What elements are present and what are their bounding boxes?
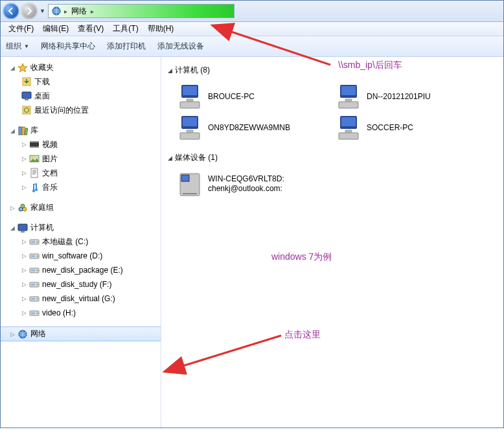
item-label: BROUCE-PC bbox=[208, 92, 255, 102]
expander-icon: ▷ bbox=[21, 264, 27, 276]
expander-icon: ◢ bbox=[10, 65, 15, 71]
network-sharing-center-button[interactable]: 网络和共享中心 bbox=[41, 41, 95, 52]
item-label: SOCCER-PC bbox=[367, 123, 413, 133]
computer-icon bbox=[177, 84, 203, 109]
nav-bar: ▼ ▸ 网络 ▸ bbox=[1, 1, 503, 22]
drive-icon bbox=[29, 279, 40, 290]
tree-label: 收藏夹 bbox=[30, 62, 54, 73]
annotation-arrow-network bbox=[161, 329, 288, 378]
category-media-devices[interactable]: ◢ 媒体设备 (1) bbox=[168, 152, 497, 163]
back-button[interactable] bbox=[3, 3, 19, 19]
tree-item-drive-g[interactable]: ▷ new_disk_virtual (G:) bbox=[1, 291, 161, 306]
breadcrumb-segment[interactable]: 网络 bbox=[70, 6, 88, 17]
tree-label: 家庭组 bbox=[30, 202, 54, 213]
explorer-window: ▼ ▸ 网络 ▸ 文件(F) 编辑(E) 查看(V) 工具(T) 帮助(H) 组… bbox=[0, 0, 504, 428]
tree-item-documents[interactable]: ▷ 文档 bbox=[1, 166, 161, 180]
media-device-icon bbox=[177, 171, 203, 197]
homegroup-icon bbox=[17, 203, 28, 213]
menu-tools[interactable]: 工具(T) bbox=[109, 22, 142, 36]
network-computer-item[interactable]: DN--20121201PIU bbox=[332, 81, 490, 112]
add-printer-button[interactable]: 添加打印机 bbox=[107, 41, 146, 52]
item-line1: WIN-CEQG6VRLT8D: bbox=[208, 174, 284, 183]
item-label: DN--20121201PIU bbox=[367, 92, 431, 102]
expander-icon: ▷ bbox=[21, 139, 27, 150]
item-label: ON8YD8ZEWWA9MNB bbox=[208, 123, 290, 133]
expander-icon: ◢ bbox=[10, 225, 15, 231]
forward-button[interactable] bbox=[21, 3, 37, 19]
expander-icon: ▷ bbox=[10, 331, 15, 337]
video-icon bbox=[29, 139, 40, 150]
tree-label: 本地磁盘 (C:) bbox=[42, 236, 88, 247]
tree-label: 文档 bbox=[42, 167, 58, 179]
computer-icon bbox=[336, 84, 361, 109]
tree-item-downloads[interactable]: 下载 bbox=[1, 74, 161, 89]
tree-label: win_software (D:) bbox=[42, 250, 102, 262]
tree-item-videos[interactable]: ▷ 视频 bbox=[1, 137, 161, 152]
network-computer-item[interactable]: BROUCE-PC bbox=[173, 81, 332, 112]
command-bar: 组织 ▼ 网络和共享中心 添加打印机 添加无线设备 bbox=[1, 36, 503, 57]
nav-pane: ◢ 收藏夹 下载 桌面 最近访问的位置 bbox=[1, 57, 161, 428]
expander-icon: ▷ bbox=[21, 250, 27, 262]
history-dropdown-icon[interactable]: ▼ bbox=[40, 8, 45, 14]
computer-icon bbox=[177, 115, 203, 141]
tree-item-drive-d[interactable]: ▷ win_software (D:) bbox=[1, 249, 161, 263]
tree-header-libraries[interactable]: ◢ 库 bbox=[1, 124, 161, 137]
tree-item-drive-h[interactable]: ▷ video (H:) bbox=[1, 306, 161, 320]
content-pane: ◢ 计算机 (8) BROUCE-PC DN--20121201PIU ON8Y… bbox=[161, 57, 503, 428]
tree-item-desktop[interactable]: 桌面 bbox=[1, 89, 161, 103]
tree-header-network[interactable]: ▷ 网络 bbox=[1, 326, 161, 341]
tree-item-drive-f[interactable]: ▷ new_disk_study (F:) bbox=[1, 277, 161, 291]
tree-label: new_disk_package (E:) bbox=[42, 264, 123, 276]
desktop-icon bbox=[21, 91, 32, 101]
menu-help[interactable]: 帮助(H) bbox=[144, 22, 178, 36]
computer-icon bbox=[336, 115, 361, 141]
tree-label: 桌面 bbox=[34, 90, 50, 102]
annotation-example: windows 7为例 bbox=[271, 251, 332, 263]
tree-computer: ◢ 计算机 ▷ 本地磁盘 (C:) ▷ win_software (D:) ▷ bbox=[1, 221, 161, 320]
media-device-item[interactable]: WIN-CEQG6VRLT8D: chenkj@outlook.com: bbox=[173, 168, 332, 200]
menu-view[interactable]: 查看(V) bbox=[74, 22, 108, 36]
tree-favorites: ◢ 收藏夹 下载 桌面 最近访问的位置 bbox=[1, 61, 161, 117]
address-bar[interactable]: ▸ 网络 ▸ bbox=[48, 4, 235, 18]
tree-item-recent[interactable]: 最近访问的位置 bbox=[1, 103, 161, 117]
category-title: 计算机 (8) bbox=[175, 65, 210, 76]
menu-edit[interactable]: 编辑(E) bbox=[39, 22, 73, 36]
network-icon bbox=[51, 6, 62, 16]
chevron-right-icon: ▸ bbox=[91, 8, 94, 15]
drive-icon bbox=[29, 236, 40, 247]
expander-icon: ◢ bbox=[10, 128, 15, 134]
menu-bar: 文件(F) 编辑(E) 查看(V) 工具(T) 帮助(H) bbox=[1, 22, 503, 36]
tree-label: 库 bbox=[30, 125, 38, 136]
media-grid: WIN-CEQG6VRLT8D: chenkj@outlook.com: bbox=[173, 168, 497, 200]
tree-header-homegroup[interactable]: ▷ 家庭组 bbox=[1, 201, 161, 214]
expander-icon: ▷ bbox=[10, 205, 15, 211]
documents-icon bbox=[29, 168, 40, 178]
tree-label: 视频 bbox=[42, 139, 58, 150]
downloads-icon bbox=[21, 76, 32, 87]
category-computers[interactable]: ◢ 计算机 (8) bbox=[168, 65, 497, 76]
expander-icon: ▷ bbox=[21, 167, 27, 179]
organize-button[interactable]: 组织 ▼ bbox=[6, 41, 29, 52]
chevron-down-icon: ▼ bbox=[24, 43, 29, 49]
tree-label: new_disk_study (F:) bbox=[42, 279, 111, 290]
expander-icon: ▷ bbox=[21, 307, 27, 319]
tree-item-music[interactable]: ▷ 音乐 bbox=[1, 180, 161, 194]
tree-header-computer[interactable]: ◢ 计算机 bbox=[1, 221, 161, 234]
svg-line-29 bbox=[166, 336, 281, 371]
add-wireless-device-button[interactable]: 添加无线设备 bbox=[157, 41, 204, 52]
expander-icon: ▷ bbox=[21, 279, 27, 290]
tree-item-pictures[interactable]: ▷ 图片 bbox=[1, 152, 161, 166]
tree-header-favorites[interactable]: ◢ 收藏夹 bbox=[1, 61, 161, 74]
tree-network: ▷ 网络 bbox=[1, 326, 161, 341]
tree-label: 音乐 bbox=[42, 181, 58, 193]
item-label: WIN-CEQG6VRLT8D: chenkj@outlook.com: bbox=[208, 174, 284, 194]
menu-file[interactable]: 文件(F) bbox=[5, 22, 38, 36]
expander-icon: ▷ bbox=[21, 236, 27, 247]
drive-icon bbox=[29, 251, 40, 261]
network-computer-item[interactable]: ON8YD8ZEWWA9MNB bbox=[173, 112, 332, 143]
tree-item-drive-c[interactable]: ▷ 本地磁盘 (C:) bbox=[1, 234, 161, 249]
tree-label: 最近访问的位置 bbox=[34, 104, 89, 116]
tree-item-drive-e[interactable]: ▷ new_disk_package (E:) bbox=[1, 263, 161, 277]
tree-label: 下载 bbox=[34, 76, 50, 87]
network-computer-item[interactable]: SOCCER-PC bbox=[332, 112, 490, 143]
